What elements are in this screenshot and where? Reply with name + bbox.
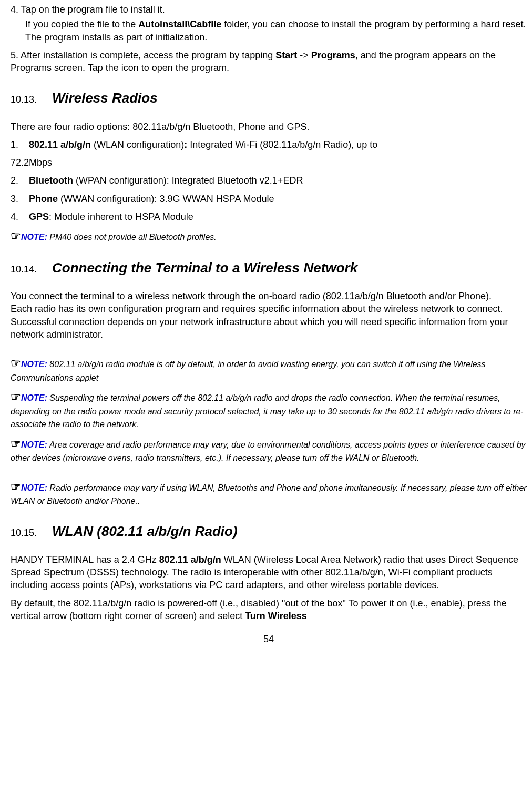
heading-10-13: 10.13. Wireless Radios [11,89,527,107]
heading-10-15: 10.15. WLAN (802.11 a/b/g/n Radio) [11,522,527,541]
radio-2-bold: Bluetooth [29,175,73,186]
note-label: NOTE: [21,360,47,369]
step-4-text-a: If you copied the file to the [25,19,138,29]
note-text: Suspending the terminal powers off the 8… [11,393,524,429]
pointing-hand-icon: ☞ [11,390,21,403]
radio-4-bold: GPS [29,211,49,222]
pointing-hand-icon: ☞ [11,229,21,242]
wlan-p1: HANDY TERMINAL has a 2.4 GHz 802.11 a/b/… [11,553,527,592]
note-suspend: ☞NOTE: Suspending the terminal powers of… [11,389,527,430]
radio-4-text: : Module inherent to HSPA Module [49,211,193,222]
sec-title-connecting: Connecting the Terminal to a Wireless Ne… [52,260,357,276]
radio-item-2: 2. Bluetooth (WPAN configuration): Integ… [27,174,527,187]
note-label: NOTE: [21,483,47,492]
radio-2-num: 2. [11,174,21,187]
note-text: 802.11 a/b/g/n radio module is off by de… [11,360,486,382]
radio-item-4: 4. GPS: Module inherent to HSPA Module [27,210,527,223]
radio-1-num: 1. [11,138,21,151]
wlan-p2-bold: Turn Wireless [245,611,307,621]
note-performance: ☞NOTE: Radio performance may vary if usi… [11,479,527,508]
step-5-start: Start [275,50,297,60]
note-label: NOTE: [21,440,47,449]
note-label: NOTE: [21,232,47,241]
radio-4-num: 4. [11,210,21,223]
step-5-programs: Programs [311,50,355,60]
wlan-p1-bold: 802.11 a/b/g/n [159,554,221,565]
radio-2-text: (WPAN configuration): Integrated Bluetoo… [73,175,303,186]
step-5: 5. After installation is complete, acces… [11,49,527,75]
sec-title-wlan: WLAN (802.11 a/b/g/n Radio) [52,523,238,539]
radio-3-num: 3. [11,193,21,205]
step-5-a: 5. After installation is complete, acces… [11,50,275,60]
pointing-hand-icon: ☞ [11,357,21,370]
radio-3-text: (WWAN configuration): 3.9G WWAN HSPA Mod… [58,194,274,204]
heading-10-14: 10.14. Connecting the Terminal to a Wire… [11,259,527,277]
note-text: Area coverage and radio performance may … [11,440,526,463]
connecting-p1: You connect the terminal to a wireless n… [11,290,527,302]
note-text: Radio performance may vary if using WLAN… [11,483,527,506]
sec-num-10-15: 10.15. [11,528,37,538]
radio-1-text: Integrated Wi-Fi (802.11a/b/g/n Radio), … [187,139,377,150]
step-4-bold: Autoinstall\Cabfile [138,19,221,29]
wlan-p1-a: HANDY TERMINAL has a 2.4 GHz [11,554,159,565]
pointing-hand-icon: ☞ [11,480,21,493]
radio-1-bold: 802.11 a/b/g/n [29,139,91,150]
step-4-body: If you copied the file to the Autoinstal… [25,18,527,44]
radio-item-1b: 72.2Mbps [11,156,527,169]
note-coverage: ☞NOTE: Area coverage and radio performan… [11,436,527,464]
step-4: 4. Tap on the program file to install it… [11,3,527,44]
radios-intro: There are four radio options: 802.11a/b/… [11,120,527,133]
note-label: NOTE: [21,393,47,402]
note-pm40: ☞NOTE: PM40 does not provide all Bluetoo… [11,228,527,244]
sec-num-10-13: 10.13. [11,94,37,105]
page-number: 54 [11,633,527,645]
connecting-p2: Each radio has its own configuration pro… [11,302,527,341]
sec-num-10-14: 10.14. [11,264,37,275]
pointing-hand-icon: ☞ [11,437,21,450]
radio-item-1: 1. 802.11 a/b/g/n (WLAN configuration): … [27,138,527,151]
wlan-p2: By default, the 802.11a/b/g/n radio is p… [11,597,527,623]
radio-1-a: (WLAN configuration) [91,139,184,150]
radio-3-bold: Phone [29,194,58,204]
step-5-arrow: -> [297,50,311,60]
note-pm40-text: PM40 does not provide all Bluetooth prof… [47,232,217,241]
note-radio-off-default: ☞NOTE: 802.11 a/b/g/n radio module is of… [11,356,527,384]
step-4-line1: 4. Tap on the program file to install it… [11,4,165,15]
radio-item-3: 3. Phone (WWAN configuration): 3.9G WWAN… [27,193,527,205]
sec-title-wireless-radios: Wireless Radios [52,90,158,106]
